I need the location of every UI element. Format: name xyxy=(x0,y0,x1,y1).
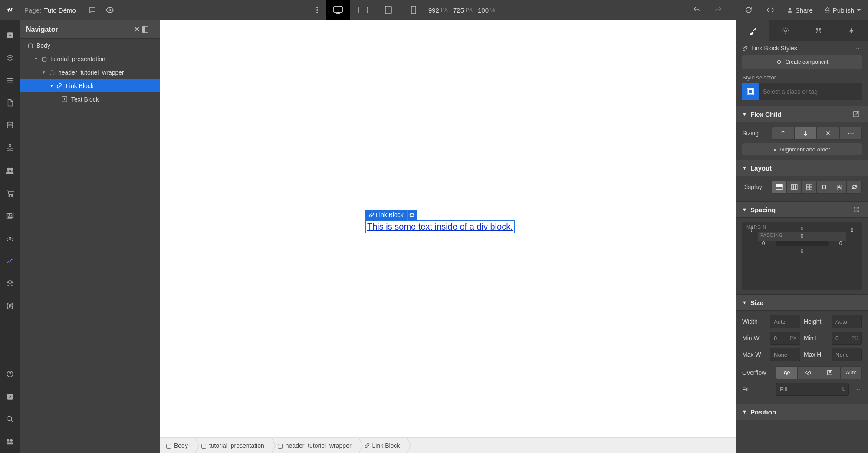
spacing-expand-icon[interactable] xyxy=(853,207,862,213)
create-component-button[interactable]: Create component xyxy=(742,55,862,69)
spacing-editor[interactable]: MARGIN 0 0 PADDING 0 0 0 0 0 xyxy=(742,222,862,290)
section-layout[interactable]: ▼Layout xyxy=(736,160,868,176)
style-tab-settings[interactable] xyxy=(769,20,802,41)
tree-text-block[interactable]: Text Block xyxy=(20,92,160,106)
maxw-label: Max W xyxy=(742,351,766,358)
minh-input[interactable]: 0PX xyxy=(832,332,862,345)
display-grid[interactable] xyxy=(802,181,817,194)
sizing-shrink[interactable] xyxy=(772,127,794,140)
device-tablet-landscape[interactable] xyxy=(351,0,375,20)
structure-icon[interactable] xyxy=(0,137,20,159)
users-icon[interactable] xyxy=(0,159,20,182)
sizing-none[interactable] xyxy=(817,127,839,140)
webflow-logo-icon[interactable] xyxy=(3,3,17,17)
code-icon[interactable] xyxy=(762,1,779,19)
list-icon[interactable] xyxy=(0,69,20,92)
crumb-section[interactable]: ▢tutorial_presentation xyxy=(195,438,271,453)
canvas-link-text[interactable]: This is some text inside of a div block. xyxy=(365,220,515,233)
device-phone[interactable] xyxy=(401,0,426,20)
braces-icon[interactable]: F xyxy=(0,295,20,317)
cart-icon[interactable] xyxy=(0,182,20,204)
images-icon[interactable] xyxy=(0,204,20,227)
crumb-wrapper[interactable]: ▢header_tutoriel_wrapper xyxy=(271,438,358,453)
display-inline[interactable]: |A| xyxy=(832,181,847,194)
dock-icon[interactable] xyxy=(142,26,154,33)
style-tab-styles[interactable] xyxy=(736,20,769,41)
device-tablet-portrait[interactable] xyxy=(376,0,401,20)
page-icon[interactable] xyxy=(0,92,20,114)
display-block[interactable] xyxy=(772,181,787,194)
preview-icon[interactable] xyxy=(101,1,118,19)
canvas-width[interactable]: 992PX xyxy=(428,7,448,14)
display-inline-block[interactable] xyxy=(817,181,832,194)
page-name[interactable]: Tuto Démo xyxy=(44,7,76,14)
box-icon[interactable] xyxy=(0,46,20,69)
sizing-grow[interactable] xyxy=(794,127,817,140)
publish-button[interactable]: Publish xyxy=(821,0,865,20)
tree-link-block[interactable]: ▼ Link Block xyxy=(20,79,160,92)
video-icon[interactable] xyxy=(0,430,20,453)
close-icon[interactable]: ✕ xyxy=(131,25,142,33)
section-spacing[interactable]: ▼Spacing xyxy=(736,201,868,218)
gear-icon[interactable] xyxy=(0,227,20,249)
database-icon[interactable] xyxy=(0,114,20,137)
overflow-auto[interactable]: Auto xyxy=(841,366,862,379)
minw-input[interactable]: 0PX xyxy=(770,332,800,345)
more-icon[interactable] xyxy=(309,1,326,19)
maxw-input[interactable]: None- xyxy=(770,348,800,361)
display-none[interactable] xyxy=(847,181,862,194)
selection-label[interactable]: Link Block ✿ xyxy=(365,210,417,220)
tree-body[interactable]: ▢Body xyxy=(20,39,160,52)
maxh-input[interactable]: None- xyxy=(832,348,862,361)
squiggle-icon[interactable] xyxy=(0,249,20,272)
alignment-order-button[interactable]: ▸Alignment and order xyxy=(742,143,862,155)
section-flex-child[interactable]: ▼Flex Child xyxy=(736,106,868,122)
section-position[interactable]: ▼Position xyxy=(736,404,868,420)
style-tab-effects[interactable] xyxy=(835,20,868,41)
tree-section[interactable]: ▼▢tutorial_presentation xyxy=(20,52,160,66)
canvas-zoom[interactable]: 100% xyxy=(478,7,495,14)
margin-top[interactable]: 0 xyxy=(801,226,804,232)
selector-icon[interactable] xyxy=(742,83,759,100)
padding-right[interactable]: 0 xyxy=(839,240,842,246)
style-selector[interactable] xyxy=(742,83,862,100)
canvas[interactable]: Link Block ✿ This is some text inside of… xyxy=(160,20,736,437)
sizing-more[interactable]: ⋯ xyxy=(839,127,862,140)
height-input[interactable]: Auto- xyxy=(832,315,862,328)
padding-top[interactable]: 0 xyxy=(801,233,804,239)
more-icon[interactable]: ⋯ xyxy=(856,45,862,52)
fit-more-icon[interactable]: ⋯ xyxy=(852,386,862,393)
comments-icon[interactable] xyxy=(84,1,101,19)
tree-wrapper[interactable]: ▼▢header_tutoriel_wrapper xyxy=(20,66,160,79)
svg-point-25 xyxy=(7,416,12,421)
redo-icon[interactable] xyxy=(710,1,727,19)
expand-icon[interactable] xyxy=(853,111,862,117)
selection-settings-icon[interactable]: ✿ xyxy=(407,210,417,220)
width-input[interactable]: Auto- xyxy=(770,315,800,328)
search-icon[interactable] xyxy=(0,408,20,430)
check-icon[interactable] xyxy=(0,385,20,408)
section-size[interactable]: ▼Size xyxy=(736,294,868,311)
class-input[interactable] xyxy=(759,83,862,100)
fit-select[interactable]: Fill⇅ xyxy=(776,383,849,396)
padding-left[interactable]: 0 xyxy=(762,240,765,246)
padding-bottom[interactable]: 0 xyxy=(801,248,804,254)
margin-right[interactable]: 0 xyxy=(851,227,854,233)
undo-icon[interactable] xyxy=(688,1,705,19)
share-button[interactable]: Share xyxy=(783,0,816,20)
style-tabs xyxy=(736,20,868,41)
display-flex[interactable] xyxy=(787,181,802,194)
device-desktop[interactable] xyxy=(326,0,350,20)
overflow-hidden[interactable] xyxy=(798,366,819,379)
add-icon[interactable] xyxy=(0,24,20,46)
crumb-link-block[interactable]: Link Block xyxy=(358,438,407,453)
cube2-icon[interactable] xyxy=(0,272,20,295)
help-icon[interactable] xyxy=(0,363,20,385)
style-tab-interactions[interactable] xyxy=(802,20,835,41)
overflow-visible[interactable] xyxy=(776,366,798,379)
overflow-scroll[interactable] xyxy=(819,366,841,379)
refresh-icon[interactable] xyxy=(740,1,757,19)
crumb-body[interactable]: ▢Body xyxy=(160,438,195,453)
selected-element[interactable]: Link Block ✿ This is some text inside of… xyxy=(365,220,515,233)
svg-point-16 xyxy=(9,195,10,196)
